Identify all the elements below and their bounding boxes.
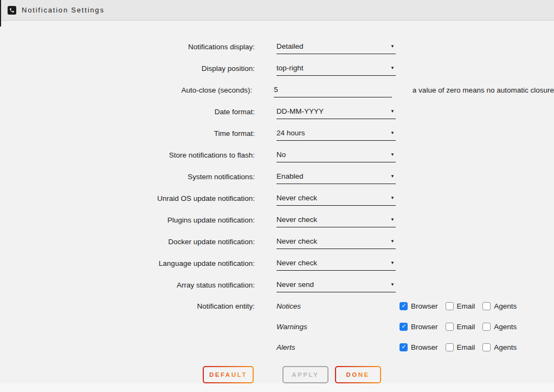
checkbox-box[interactable]	[400, 323, 408, 331]
notices-browser-checkbox[interactable]: Browser	[400, 302, 438, 310]
notices-email-checkbox[interactable]: Email	[446, 302, 475, 310]
dropdown-arrow-icon: ▼	[390, 109, 396, 114]
plugins-update-select[interactable]: Never check ▼	[276, 213, 396, 227]
dropdown-arrow-icon: ▼	[390, 66, 396, 70]
window-left-edge	[0, 0, 1, 27]
select-value: top-right	[276, 64, 304, 72]
checkbox-label: Email	[457, 302, 475, 310]
form-row: Unraid OS update notification: Never che…	[0, 187, 554, 209]
system-notifications-select[interactable]: Enabled ▼	[276, 169, 396, 184]
checkbox-box[interactable]	[400, 302, 408, 310]
checkbox-box[interactable]	[482, 323, 491, 331]
form-row: Display position: top-right ▼	[0, 57, 554, 79]
checkbox-label: Agents	[494, 302, 517, 310]
form-row: Language update notification: Never chec…	[0, 252, 554, 274]
notifications-display-select[interactable]: Detailed ▼	[276, 40, 396, 54]
checkbox-label: Agents	[494, 323, 517, 331]
field-label: Display position:	[0, 64, 255, 73]
array-status-select[interactable]: Never send ▼	[276, 278, 396, 292]
done-button[interactable]: DONE	[335, 366, 381, 383]
form-row: System notifications: Enabled ▼	[0, 166, 554, 187]
auto-close-help-text: a value of zero means no automatic closu…	[413, 86, 554, 94]
entity-name: Alerts	[276, 343, 400, 351]
select-value: Enabled	[276, 172, 304, 180]
checkbox-box[interactable]	[446, 302, 454, 310]
select-value: DD-MM-YYYY	[276, 107, 324, 115]
select-value: 24 hours	[276, 129, 305, 137]
field-label: Array status notification:	[0, 281, 255, 289]
entity-name: Notices	[276, 302, 400, 310]
checkbox-box[interactable]	[400, 343, 408, 351]
checkbox-label: Browser	[411, 302, 438, 310]
dropdown-arrow-icon: ▼	[390, 195, 396, 200]
time-format-select[interactable]: 24 hours ▼	[276, 126, 396, 141]
dropdown-arrow-icon: ▼	[390, 44, 396, 49]
dropdown-arrow-icon: ▼	[390, 239, 396, 244]
default-button[interactable]: DEFAULT	[203, 366, 254, 383]
field-label: Docker update notification:	[0, 238, 255, 246]
field-label: Unraid OS update notification:	[0, 194, 255, 202]
input-value: 5	[274, 86, 278, 94]
auto-close-input[interactable]: 5	[274, 83, 392, 97]
select-value: Never check	[276, 194, 317, 202]
field-label: Notification entity:	[0, 302, 255, 310]
entity-row-alerts: Alerts Browser Email Agents	[0, 337, 554, 357]
select-value: Never send	[276, 280, 314, 289]
form-row: Docker update notification: Never check …	[0, 231, 554, 252]
select-value: No	[276, 151, 286, 159]
dropdown-arrow-icon: ▼	[390, 260, 396, 265]
store-notifications-flash-select[interactable]: No ▼	[276, 148, 396, 162]
footer-strip	[0, 383, 554, 392]
button-row: DEFAULT APPLY DONE	[203, 366, 554, 383]
notices-agents-checkbox[interactable]: Agents	[482, 302, 517, 310]
warnings-browser-checkbox[interactable]: Browser	[400, 323, 438, 331]
entity-row-notices: Notification entity: Notices Browser Ema…	[0, 296, 554, 316]
checkbox-label: Agents	[494, 343, 517, 351]
form-row: Plugins update notification: Never check…	[0, 209, 554, 231]
checkbox-label: Email	[457, 323, 475, 331]
form-row: Store notifications to flash: No ▼	[0, 144, 554, 166]
unraid-os-update-select[interactable]: Never check ▼	[276, 191, 396, 206]
field-label: Notifications display:	[0, 43, 255, 51]
entity-name: Warnings	[276, 323, 400, 331]
dropdown-arrow-icon: ▼	[390, 217, 396, 222]
form-row: Auto-close (seconds): 5 a value of zero …	[0, 79, 554, 101]
checkbox-box[interactable]	[446, 343, 454, 351]
notification-settings-form: Notifications display: Detailed ▼ Displa…	[0, 21, 554, 383]
field-label: Plugins update notification:	[0, 216, 255, 224]
checkbox-box[interactable]	[446, 323, 454, 331]
date-format-select[interactable]: DD-MM-YYYY ▼	[276, 104, 396, 119]
checkbox-label: Email	[457, 343, 475, 351]
alerts-browser-checkbox[interactable]: Browser	[400, 343, 438, 351]
button-label: APPLY	[292, 371, 319, 378]
entity-row-warnings: Warnings Browser Email Agents	[0, 316, 554, 337]
field-label: System notifications:	[0, 173, 255, 181]
form-row: Date format: DD-MM-YYYY ▼	[0, 101, 554, 122]
apply-button[interactable]: APPLY	[282, 366, 328, 383]
field-label: Store notifications to flash:	[0, 151, 255, 159]
checkbox-box[interactable]	[482, 302, 491, 310]
select-value: Never check	[276, 259, 317, 267]
select-value: Detailed	[276, 42, 304, 50]
field-label: Auto-close (seconds):	[0, 86, 252, 94]
page-title: Notification Settings	[22, 6, 105, 14]
field-label: Time format:	[0, 129, 255, 138]
form-row: Array status notification: Never send ▼	[0, 274, 554, 296]
docker-update-select[interactable]: Never check ▼	[276, 234, 396, 249]
warnings-agents-checkbox[interactable]: Agents	[482, 323, 517, 331]
alerts-agents-checkbox[interactable]: Agents	[482, 343, 517, 351]
display-position-select[interactable]: top-right ▼	[276, 61, 396, 76]
language-update-select[interactable]: Never check ▼	[276, 256, 396, 271]
checkbox-label: Browser	[411, 343, 438, 351]
select-value: Never check	[276, 215, 317, 224]
field-label: Date format:	[0, 108, 255, 116]
alerts-email-checkbox[interactable]: Email	[446, 343, 475, 351]
select-value: Never check	[276, 237, 317, 245]
checkbox-box[interactable]	[482, 343, 491, 351]
button-label: DONE	[346, 371, 370, 378]
warnings-email-checkbox[interactable]: Email	[446, 323, 475, 331]
phone-notification-icon	[8, 6, 16, 15]
field-label: Language update notification:	[0, 259, 255, 267]
dropdown-arrow-icon: ▼	[390, 130, 396, 135]
dropdown-arrow-icon: ▼	[390, 174, 396, 179]
